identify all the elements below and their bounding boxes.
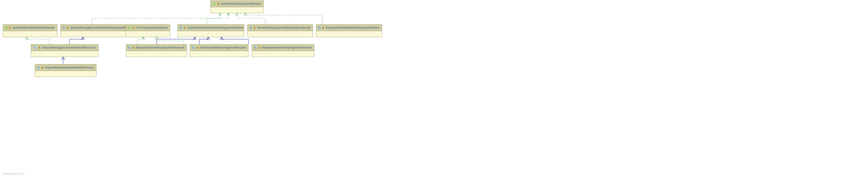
lock-icon xyxy=(38,46,40,49)
node-name: PathVariableMethodArgumentResolver xyxy=(200,46,246,49)
interface-icon xyxy=(5,26,7,30)
node-handler-method-argument-resolver[interactable]: HandlerMethodArgumentResolver xyxy=(210,0,264,13)
class-icon xyxy=(254,46,257,49)
class-icon xyxy=(63,26,65,30)
lock-icon xyxy=(66,27,69,29)
node-name: HandlerMethodArgumentResolverComposite xyxy=(257,26,310,29)
lock-icon xyxy=(41,66,43,69)
node-name: AbstractMessageConverterMethodArgumentRe… xyxy=(70,26,134,29)
node-request-header-method-argument-resolver[interactable]: RequestHeaderMethodArgumentResolver xyxy=(252,44,314,57)
node-name: RequestHeaderMethodArgumentResolver xyxy=(262,46,312,49)
node-name: UriComponentsContributor xyxy=(136,26,168,29)
node-abstract-message-converter-method-processor[interactable]: AbstractMessageConverterMethodProcessor xyxy=(31,44,98,57)
svg-rect-8 xyxy=(132,47,134,48)
lock-icon xyxy=(322,27,324,29)
svg-rect-7 xyxy=(39,47,40,48)
lock-icon xyxy=(132,46,134,49)
node-handler-method-return-value-handler[interactable]: HandlerMethodReturnValueHandler xyxy=(3,24,57,37)
node-handler-method-argument-resolver-composite[interactable]: HandlerMethodArgumentResolverComposite xyxy=(247,24,313,37)
lock-icon xyxy=(258,46,260,49)
svg-rect-2 xyxy=(67,28,68,29)
interface-icon xyxy=(128,26,131,30)
lock-icon xyxy=(9,27,11,29)
node-name: AbstractMessageConverterMethodProcessor xyxy=(42,46,95,49)
footer-credits: Powered by yFiles xyxy=(3,172,25,175)
node-request-param-method-argument-resolver[interactable]: RequestParamMethodArgumentResolver xyxy=(126,44,187,57)
svg-rect-9 xyxy=(196,47,198,48)
node-request-param-map-method-argument-resolver[interactable]: RequestParamMapMethodArgumentResolver xyxy=(316,24,382,37)
svg-rect-3 xyxy=(132,28,134,29)
node-name: RequestResponseBodyMethodProcessor xyxy=(45,66,94,69)
class-icon xyxy=(37,66,40,69)
lock-icon xyxy=(217,3,219,5)
node-abstract-named-value-method-argument-resolver[interactable]: AbstractNamedValueMethodArgumentResolver xyxy=(178,24,244,37)
svg-rect-6 xyxy=(322,28,324,29)
svg-rect-1 xyxy=(9,28,10,29)
lock-icon xyxy=(253,27,256,29)
node-uri-components-contributor[interactable]: UriComponentsContributor xyxy=(126,24,170,37)
interface-icon xyxy=(213,2,216,6)
class-icon xyxy=(180,26,182,30)
node-name: RequestParamMethodArgumentResolver xyxy=(136,46,185,49)
svg-rect-4 xyxy=(184,28,185,29)
node-path-variable-method-argument-resolver[interactable]: PathVariableMethodArgumentResolver xyxy=(190,44,248,57)
node-name: HandlerMethodReturnValueHandler xyxy=(12,26,55,29)
node-request-response-body-method-processor[interactable]: RequestResponseBodyMethodProcessor xyxy=(35,64,96,77)
node-abstract-message-converter-method-argument-resolver[interactable]: AbstractMessageConverterMethodArgumentRe… xyxy=(60,24,135,37)
svg-rect-5 xyxy=(254,28,255,29)
svg-rect-10 xyxy=(259,47,260,48)
class-icon xyxy=(318,26,321,30)
class-icon xyxy=(250,26,252,30)
lock-icon xyxy=(196,46,198,49)
class-icon xyxy=(128,46,131,49)
class-icon xyxy=(33,46,37,49)
lock-icon xyxy=(132,27,134,29)
class-icon xyxy=(192,46,195,49)
svg-rect-0 xyxy=(218,4,219,5)
node-name: AbstractNamedValueMethodArgumentResolver xyxy=(187,26,244,29)
lock-icon xyxy=(184,27,186,29)
node-name: RequestParamMapMethodArgumentResolver xyxy=(326,26,380,29)
svg-rect-11 xyxy=(42,67,43,68)
node-name: HandlerMethodArgumentResolver xyxy=(221,2,261,5)
